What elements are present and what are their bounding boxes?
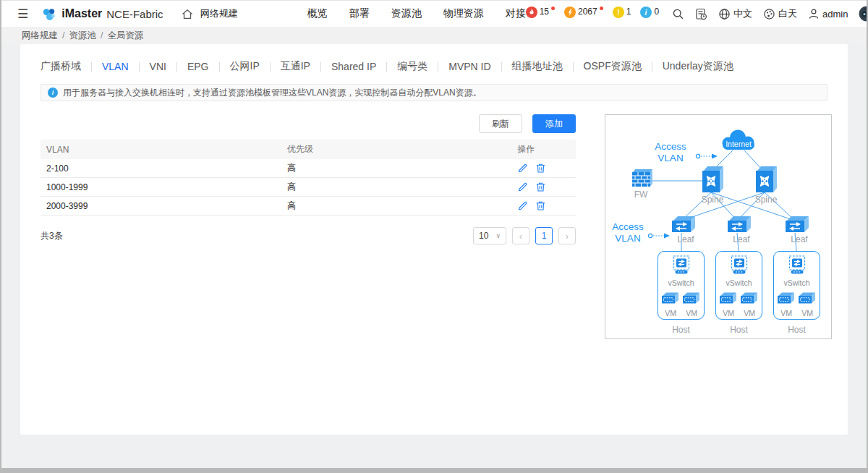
tab-6[interactable]: Shared IP [321, 61, 386, 72]
nav-item-0[interactable]: 概览 [307, 7, 328, 20]
delete-icon[interactable] [535, 163, 546, 174]
major-alarms[interactable]: 2067 [564, 7, 603, 21]
vlan-cell: 1000-1999 [41, 178, 281, 197]
prev-page-button[interactable]: ‹ [512, 227, 529, 244]
page-number-button[interactable]: 1 [535, 227, 553, 244]
language-switch[interactable]: 中文 [718, 7, 752, 20]
breadcrumb-separator: / [62, 30, 64, 41]
edit-icon[interactable] [517, 163, 528, 174]
assistant-avatar[interactable]: 2 [859, 6, 867, 22]
breadcrumb-item-1[interactable]: 资源池 [69, 30, 96, 41]
tab-0[interactable]: 广播桥域 [41, 60, 91, 73]
vm-label: VM [740, 309, 759, 318]
nav-item-3[interactable]: 物理资源 [443, 7, 484, 20]
tab-2[interactable]: VNI [140, 61, 176, 72]
pagination: 共3条 10 ∨ ‹ 1 › [41, 227, 576, 244]
tab-3[interactable]: EPG [177, 61, 219, 72]
home-icon[interactable] [181, 8, 194, 20]
refresh-button[interactable]: 刷新 [479, 114, 522, 133]
resource-tabs: 广播桥域VLANVNIEPG公网IP互通IPShared IP编号类MVPN I… [20, 44, 848, 73]
nav-item-1[interactable]: 部署 [349, 7, 370, 20]
tab-9[interactable]: 组播地址池 [502, 60, 573, 73]
minor-alarms-icon: ! [613, 7, 624, 21]
search-icon[interactable] [672, 8, 684, 20]
minor-alarms[interactable]: ! 1 [613, 7, 631, 21]
vm-icon [798, 291, 817, 308]
tab-10[interactable]: OSPF资源池 [574, 60, 652, 73]
host-label: Host [773, 325, 820, 335]
leaf-switch-icon [784, 214, 810, 233]
info-banner: i 用于服务器与接入交换机相连时，支持通过资源池模板管理这些VLAN资源，实现控… [41, 84, 827, 101]
leaf-label: Leaf [663, 234, 709, 244]
user-menu[interactable]: admin [808, 8, 848, 20]
next-page-button[interactable]: › [558, 227, 576, 244]
firewall-label: FW [618, 189, 664, 200]
host-group: vSwitch VM VM Host [715, 251, 762, 335]
theme-icon [763, 8, 775, 20]
breadcrumb-item-2[interactable]: 全局资源 [107, 30, 143, 41]
breadcrumb-item-0[interactable]: 网络规建 [22, 30, 58, 41]
page-size-value: 10 [479, 231, 488, 241]
app-window: ☰ iMaster NCE-Fabric 网络规建 概览部署资源池物理资源对接 … [1, 0, 867, 468]
tab-11[interactable]: Underlay资源池 [652, 60, 744, 73]
product-name: iMaster [61, 7, 102, 20]
leaf-switch-icon [726, 214, 752, 233]
toolbar: 刷新 添加 [41, 114, 576, 133]
nav-item-2[interactable]: 资源池 [391, 7, 422, 20]
current-app-label: 网络规建 [200, 7, 238, 20]
delete-icon[interactable] [535, 200, 546, 211]
table-row: 2-100 高 [41, 159, 576, 178]
vm-icon [682, 291, 701, 308]
access-vlan-arrow-icon [695, 153, 718, 160]
info-alarms[interactable]: i 0 [640, 7, 659, 21]
host-label: Host [658, 325, 705, 335]
edit-icon[interactable] [517, 182, 528, 192]
vm-icon [777, 291, 796, 308]
leaf-switch-icon [671, 214, 697, 233]
main-nav: 概览部署资源池物理资源对接 [307, 7, 526, 20]
edit-icon[interactable] [517, 200, 528, 211]
delete-icon[interactable] [535, 182, 546, 192]
suite-name: NCE-Fabric [106, 8, 163, 20]
minor-alarms-count: 1 [626, 7, 631, 17]
firewall-icon [631, 168, 653, 187]
spine-label: Spine [689, 195, 736, 205]
task-history-icon[interactable] [695, 8, 707, 20]
priority-cell: 高 [281, 159, 511, 178]
vlan-pool-section: 刷新 添加 VLAN优先级操作 2-100 高 1000-1999 高 [41, 114, 576, 339]
nav-item-4[interactable]: 对接 [506, 7, 526, 20]
spine-switch-icon [701, 164, 724, 193]
leaf-label: Leaf [718, 234, 765, 244]
add-button[interactable]: 添加 [532, 114, 576, 133]
tab-5[interactable]: 互通IP [271, 60, 320, 73]
internet-label: Internet [726, 140, 752, 148]
info-icon: i [48, 88, 58, 98]
tab-7[interactable]: 编号类 [387, 60, 438, 73]
theme-switch[interactable]: 白天 [763, 7, 797, 20]
topbar: ☰ iMaster NCE-Fabric 网络规建 概览部署资源池物理资源对接 … [1, 1, 867, 27]
host-box: vSwitch VM VM [658, 251, 705, 320]
vm-label: VM [719, 309, 738, 318]
vm-label: VM [661, 309, 680, 318]
table-row: 1000-1999 高 [41, 178, 576, 197]
username-label: admin [822, 9, 848, 20]
critical-alarms-count: 15 [540, 7, 549, 17]
column-header-2: 操作 [511, 140, 576, 159]
host-group: vSwitch VM VM Host [658, 251, 705, 335]
critical-alarms[interactable]: 15 [526, 7, 555, 21]
breadcrumb: 网络规建/资源池/全局资源 [1, 27, 867, 44]
column-header-1: 优先级 [281, 140, 511, 159]
svg-text:i: i [645, 9, 647, 17]
major-alarms-icon [564, 7, 576, 21]
tab-8[interactable]: MVPN ID [438, 61, 501, 72]
content-card: 广播桥域VLANVNIEPG公网IP互通IPShared IP编号类MVPN I… [20, 44, 848, 435]
robot-avatar-icon [859, 6, 867, 22]
page-size-select[interactable]: 10 ∨ [473, 227, 506, 244]
tab-1[interactable]: VLAN [92, 61, 139, 72]
column-header-0: VLAN [41, 140, 281, 159]
critical-alarms-icon [526, 7, 537, 21]
menu-icon[interactable]: ☰ [17, 8, 28, 20]
vswitch-icon [728, 255, 750, 278]
tab-4[interactable]: 公网IP [220, 60, 270, 73]
vswitch-icon [671, 255, 692, 278]
